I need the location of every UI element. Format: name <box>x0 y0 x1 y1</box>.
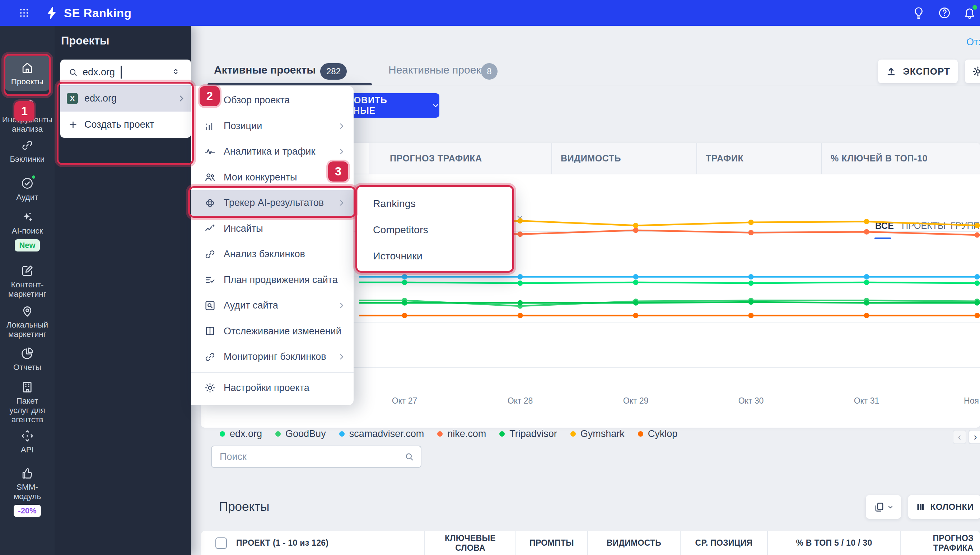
projects-panel: Проекты X edx.org Создать проект <box>55 26 191 555</box>
submenu-item-rankings[interactable]: Rankings <box>357 191 512 217</box>
x-axis-label: Ноя 01 <box>956 396 980 406</box>
chevron-right-icon <box>177 94 186 103</box>
menu-item-competitors[interactable]: Мои конкуренты <box>191 165 353 191</box>
settings-icon <box>204 382 216 394</box>
tab-active-projects[interactable]: Активные проекты <box>214 64 316 76</box>
brand-name: SE Ranking <box>64 6 132 20</box>
menu-item-backlinks[interactable]: Анализ бэклинков <box>191 241 353 267</box>
project-result-item[interactable]: X edx.org <box>60 85 191 112</box>
kpi-tab[interactable]: % КЛЮЧЕЙ В ТОП-10 <box>821 143 980 174</box>
legend-item-cyklop[interactable]: Cyklop <box>638 428 678 440</box>
sidebar-item-sparkles[interactable]: AI-поискNew <box>0 210 55 252</box>
sidebar-item-edit[interactable]: Контент- маркетинг <box>0 264 55 299</box>
legend-item-scamadviser-com[interactable]: scamadviser.com <box>339 428 424 440</box>
menu-item-label: Обзор проекта <box>223 95 290 106</box>
kpi-tab[interactable]: ПРОГНОЗ ТРАФИКА <box>369 143 551 174</box>
sidebar-item-label: Проекты <box>11 77 43 87</box>
legend-label: edx.org <box>230 428 262 440</box>
menu-item-overview[interactable]: Обзор проекта <box>191 88 353 113</box>
kpi-tab-label: ТРАФИК <box>706 153 744 164</box>
search-icon[interactable] <box>404 452 414 462</box>
columns-button[interactable]: КОЛОНКИ <box>908 495 980 519</box>
menu-divider <box>191 372 353 373</box>
projects-search-input[interactable] <box>212 451 404 462</box>
legend-dot <box>220 431 225 436</box>
menu-item-ai[interactable]: Трекер AI-результатов <box>191 190 353 216</box>
bulb-icon[interactable] <box>912 6 925 20</box>
chart-legend: edx.orgGoodBuyscamadviser.comnike.comTri… <box>220 428 677 440</box>
sidebar-item-audit[interactable]: Аудит <box>0 176 55 202</box>
legend-label: Cyklop <box>648 428 678 440</box>
search-icon <box>68 67 78 77</box>
projects-table-header: ПРОЕКТ (1 - 10 из 126)КЛЮЧЕВЫЕ СЛОВАПРОМ… <box>201 531 980 555</box>
sidebar-item-badge: -20% <box>14 505 40 517</box>
help-icon[interactable] <box>938 6 951 20</box>
menu-item-label: Настройки проекта <box>223 382 309 393</box>
x-axis-label: Окт 29 <box>614 396 657 406</box>
ai-icon <box>204 197 216 209</box>
sidebar-item-pin[interactable]: Локальный маркетинг <box>0 304 55 339</box>
sidebar-item-link[interactable]: Бэклинки <box>0 138 55 164</box>
submenu-item-источники[interactable]: Источники <box>357 243 512 269</box>
sidebar-item-label: Локальный маркетинг <box>6 320 48 339</box>
settings-button[interactable] <box>965 59 980 83</box>
plan-icon <box>204 274 216 286</box>
backlinks-icon <box>204 248 216 260</box>
kpi-tab[interactable]: ТРАФИК <box>696 143 821 174</box>
submenu-item-competitors[interactable]: Competitors <box>357 217 512 243</box>
x-axis-label: Окт 27 <box>383 396 426 406</box>
legend-item-nike-com[interactable]: nike.com <box>437 428 486 440</box>
legend-next-button[interactable]: › <box>969 430 980 444</box>
sidebar-item-home[interactable]: Проекты <box>5 56 50 91</box>
sidebar-item-api[interactable]: API <box>0 429 55 454</box>
pie-icon <box>21 346 34 360</box>
sidebar-item-pie[interactable]: Отчеты <box>0 346 55 372</box>
competitors-icon <box>204 171 216 183</box>
menu-item-label: Отслеживание изменений <box>223 326 341 337</box>
sidebar-item-building[interactable]: Пакет услуг для агентств <box>0 380 55 424</box>
active-tab-underline <box>207 83 372 85</box>
sidebar-item-thumb[interactable]: SMM- модуль-20% <box>0 467 55 517</box>
legend-dot <box>638 431 643 436</box>
layout-copy-button[interactable] <box>866 495 901 519</box>
tab-inactive-projects[interactable]: Неактивные проекты <box>389 64 493 76</box>
chevron-right-icon <box>337 148 346 156</box>
feedback-link[interactable]: Отз <box>966 37 980 48</box>
chevron-right-icon <box>337 122 346 130</box>
legend-prev-button[interactable]: ‹ <box>953 430 966 444</box>
menu-item-insights[interactable]: Инсайты <box>191 216 353 242</box>
kpi-tab[interactable]: ВИДИМОСТЬ <box>551 143 696 174</box>
legend-item-goodbuy[interactable]: GoodBuy <box>275 428 326 440</box>
export-button[interactable]: ЭКСПОРТ <box>878 59 958 83</box>
table-column-label: % В ТОП 5 / 10 / 30 <box>796 538 872 548</box>
menu-item-changes[interactable]: Отслеживание изменений <box>191 319 353 345</box>
kpi-tab-label: ПРОГНОЗ ТРАФИКА <box>390 153 482 164</box>
menu-item-settings[interactable]: Настройки проекта <box>191 375 353 401</box>
menu-item-label: Мониторинг бэклинков <box>223 351 326 363</box>
legend-item-edx-org[interactable]: edx.org <box>220 428 262 440</box>
sidebar-item-tools[interactable]: Инструменты анализа <box>0 99 55 134</box>
menu-item-siteaudit[interactable]: Аудит сайта <box>191 293 353 319</box>
menu-item-plan[interactable]: План продвижения сайта <box>191 267 353 293</box>
menu-item-monitoring[interactable]: Мониторинг бэклинков <box>191 344 353 370</box>
top-bar: SE Ranking <box>0 0 980 26</box>
project-search-dropdown: X edx.org Создать проект <box>60 59 191 138</box>
legend-item-gymshark[interactable]: Gymshark <box>570 428 625 440</box>
sort-toggle-icon[interactable] <box>171 67 181 76</box>
select-all-checkbox[interactable] <box>215 537 227 549</box>
siteaudit-icon <box>204 300 216 312</box>
project-search-input[interactable] <box>83 67 120 78</box>
projects-search-box <box>211 446 421 468</box>
columns-label: КОЛОНКИ <box>930 502 974 512</box>
chevron-down-icon <box>887 504 893 510</box>
apps-grid-icon[interactable] <box>19 8 29 18</box>
gear-icon <box>972 65 980 77</box>
menu-item-analytics[interactable]: Аналитика и трафик <box>191 139 353 165</box>
menu-item-label: Позиции <box>223 120 262 132</box>
create-project-item[interactable]: Создать проект <box>60 112 191 138</box>
audit-icon <box>21 176 34 190</box>
legend-item-tripadvisor[interactable]: Tripadvisor <box>499 428 557 440</box>
overview-icon <box>204 95 216 107</box>
menu-item-positions[interactable]: Позиции <box>191 113 353 139</box>
bell-icon[interactable] <box>963 6 977 20</box>
